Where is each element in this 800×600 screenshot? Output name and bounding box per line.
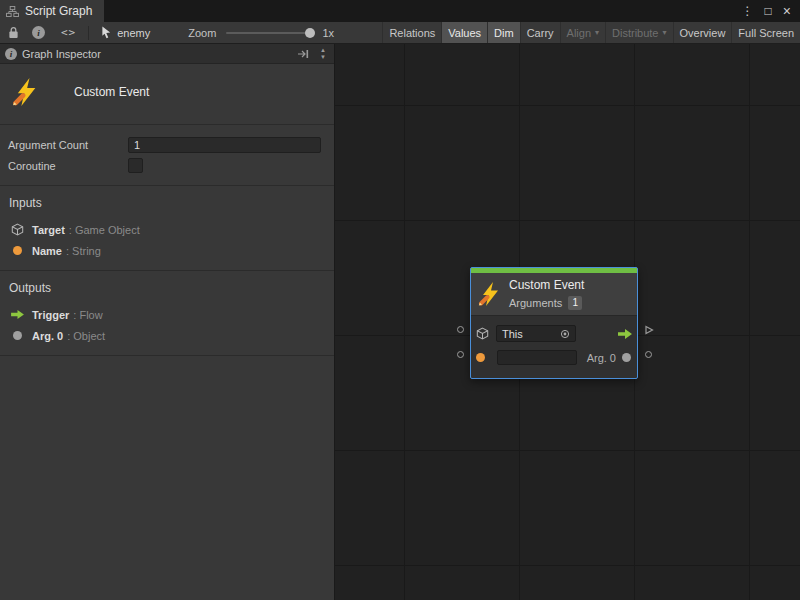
overview-button[interactable]: Overview [673, 22, 732, 43]
zoom-slider-thumb[interactable] [305, 28, 315, 38]
values-button[interactable]: Values [441, 22, 487, 43]
cube-icon[interactable] [476, 327, 489, 340]
inspector-header: i Graph Inspector ▲ ▼ [0, 44, 334, 64]
toolbar-separator [88, 26, 89, 40]
target-port-row: This [471, 323, 637, 344]
name-port-row: Arg. 0 [471, 347, 637, 368]
node-arguments-row: Arguments 1 [509, 295, 584, 310]
panel-scrollbar[interactable]: ▲ ▼ [316, 47, 330, 61]
coroutine-checkbox[interactable] [128, 158, 143, 173]
close-icon[interactable]: × [783, 0, 791, 22]
string-port-icon[interactable] [476, 353, 485, 362]
zoom-slider[interactable] [226, 32, 312, 34]
port-row-target: Target : Game Object [8, 219, 326, 240]
custom-event-icon [478, 282, 502, 306]
unit-title: Custom Event [74, 85, 149, 99]
target-dropdown[interactable]: This [496, 325, 576, 342]
graph-inspector-panel: i Graph Inspector ▲ ▼ Custom Event Argum… [0, 44, 335, 600]
output-connector-trigger[interactable] [644, 325, 654, 335]
chevron-down-icon: ▾ [595, 28, 599, 37]
fullscreen-button[interactable]: Full Screen [731, 22, 800, 43]
node-header[interactable]: Custom Event Arguments 1 [471, 273, 637, 316]
scroll-down-icon[interactable]: ▼ [320, 54, 326, 61]
graph-pointer-icon [101, 26, 112, 39]
align-button[interactable]: Align▾ [560, 22, 605, 43]
carry-button[interactable]: Carry [520, 22, 560, 43]
custom-event-icon [12, 78, 40, 106]
inspector-title: Graph Inspector [22, 48, 101, 60]
toolbar-buttons: Relations Values Dim Carry Align▾ Distri… [382, 22, 800, 43]
code-view-icon[interactable]: <> [61, 26, 76, 39]
trigger-port-icon[interactable] [617, 328, 633, 340]
arg0-label: Arg. 0 [587, 352, 616, 364]
maximize-icon[interactable]: □ [765, 0, 772, 22]
info-icon: i [5, 48, 17, 60]
argument-count-input[interactable] [128, 137, 321, 153]
titlebar-spacer [104, 0, 741, 22]
coroutine-row: Coroutine [8, 155, 321, 176]
arguments-count-field[interactable]: 1 [568, 296, 582, 310]
unit-settings: Argument Count Coroutine [0, 125, 334, 186]
port-row-name: Name : String [8, 240, 326, 261]
relations-button[interactable]: Relations [382, 22, 441, 43]
info-toggle-icon[interactable]: i [32, 26, 45, 39]
outputs-header: Outputs [9, 281, 326, 295]
argument-count-label: Argument Count [8, 139, 128, 151]
tab-script-graph[interactable]: Script Graph [0, 0, 104, 22]
outputs-section: Outputs Trigger : Flow Arg. 0 : Object [0, 271, 334, 356]
custom-event-node[interactable]: Custom Event Arguments 1 This [470, 267, 638, 379]
zoom-value: 1x [322, 27, 334, 39]
inputs-header: Inputs [9, 196, 326, 210]
distribute-button[interactable]: Distribute▾ [605, 22, 672, 43]
name-input[interactable] [497, 350, 577, 365]
output-connector-arg0[interactable] [645, 351, 652, 358]
arg0-port-icon[interactable] [622, 353, 631, 362]
input-connector-name[interactable] [457, 351, 464, 358]
flow-arrow-icon [9, 309, 25, 320]
graph-canvas[interactable]: Custom Event Arguments 1 This [335, 44, 800, 600]
cube-icon [9, 223, 25, 236]
scroll-up-icon[interactable]: ▲ [320, 47, 326, 54]
node-body: This Arg. 0 [471, 316, 637, 378]
chevron-down-icon: ▾ [663, 28, 667, 37]
script-graph-icon [6, 6, 19, 17]
object-port-icon [13, 331, 22, 340]
arguments-label: Arguments [509, 297, 562, 309]
lock-icon[interactable] [8, 26, 19, 39]
graph-breadcrumb[interactable]: enemy [117, 27, 150, 39]
zoom-label: Zoom [188, 27, 216, 39]
input-connector-target[interactable] [457, 326, 464, 333]
port-row-trigger: Trigger : Flow [8, 304, 326, 325]
argument-count-row: Argument Count [8, 134, 321, 155]
dim-button[interactable]: Dim [487, 22, 520, 43]
tab-title: Script Graph [25, 4, 92, 18]
string-port-icon [13, 246, 22, 255]
window-menu-icon[interactable]: ⋮ [742, 0, 754, 22]
node-title: Custom Event [509, 278, 584, 293]
port-row-arg0: Arg. 0 : Object [8, 325, 326, 346]
dock-panel-icon[interactable] [297, 49, 309, 59]
title-bar: Script Graph ⋮ □ × [0, 0, 800, 22]
graph-toolbar: i <> enemy Zoom 1x Relations Values Dim … [0, 22, 800, 44]
object-picker-icon[interactable] [560, 329, 570, 339]
unit-header: Custom Event [0, 64, 334, 125]
inputs-section: Inputs Target : Game Object Name : Strin… [0, 186, 334, 271]
coroutine-label: Coroutine [8, 160, 128, 172]
